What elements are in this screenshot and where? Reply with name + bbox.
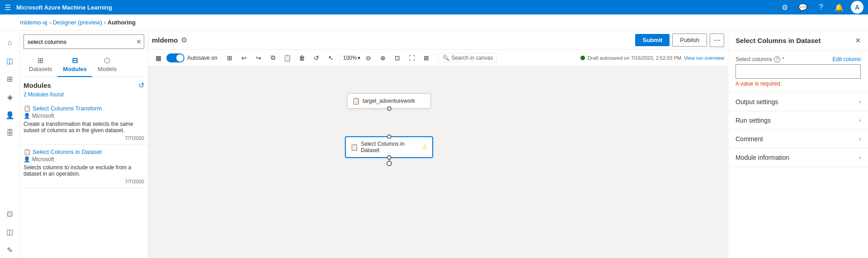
paste-btn[interactable]: 📋: [281, 52, 294, 64]
panel-header: Modules ↺: [20, 77, 148, 91]
breadcrumb-current: Authoring: [108, 19, 136, 26]
node-dataset-icon: 📋: [352, 97, 360, 105]
node-select-columns[interactable]: 📋 Select Columns in Dataset ⚠: [345, 136, 433, 158]
autosave-track[interactable]: [166, 53, 184, 62]
sidebar-icons: ⌂ ◫ ⊞ ◈ 👤 🗄 ⊡ ◫ ✎: [0, 31, 20, 258]
module-date-dataset: 7/7/2020: [24, 179, 144, 184]
node-target-label: target_adventurework: [363, 98, 415, 104]
sidebar-icon-db[interactable]: ◫: [2, 224, 18, 240]
module-card-select-columns-dataset[interactable]: 📋 Select Columns in Dataset 👤 Microsoft …: [20, 145, 148, 188]
search-canvas[interactable]: 🔍 Search in canvas: [439, 53, 497, 62]
grid-toggle-btn[interactable]: ▦: [152, 52, 165, 64]
sidebar-icon-edit[interactable]: ✎: [2, 242, 18, 258]
node-select-port-top[interactable]: [387, 134, 392, 139]
search-canvas-icon: 🔍: [443, 55, 449, 61]
edit-column-link[interactable]: Edit column: [832, 56, 861, 62]
sidebar-icon-experiments[interactable]: ⊞: [2, 71, 18, 87]
minimap-btn[interactable]: ⊠: [420, 52, 433, 64]
select-columns-input[interactable]: [736, 64, 861, 79]
undo-btn[interactable]: ↩: [238, 52, 250, 64]
node-select-port-bottom[interactable]: [387, 155, 392, 160]
breadcrumb-bar: mldemo-aj › Designer (preview) › Authori…: [0, 14, 868, 31]
tab-datasets[interactable]: ⊞ Datasets: [24, 53, 57, 77]
accordion-module-information-header[interactable]: Module information ›: [728, 148, 868, 167]
vendor-icon-transform: 👤: [24, 113, 30, 119]
more-options-button[interactable]: ···: [710, 33, 724, 47]
module-icon-dataset: 📋: [24, 148, 31, 155]
view-run-link[interactable]: View run overview: [684, 55, 724, 61]
tab-modules-label: Modules: [63, 66, 87, 72]
autosave-toggle[interactable]: Autosave on: [166, 53, 217, 62]
accordion-output-settings-chevron: ›: [859, 99, 861, 105]
sidebar-icon-datasets[interactable]: 🗄: [2, 125, 18, 141]
autosave-thumb: [176, 54, 184, 62]
refresh-btn[interactable]: ↺: [138, 81, 144, 90]
node-target-port-bottom[interactable]: [387, 106, 392, 111]
zoom-in-btn[interactable]: ⊕: [377, 52, 389, 64]
sidebar-icon-people[interactable]: 👤: [2, 107, 18, 123]
tab-models[interactable]: ⬡ Models: [92, 53, 122, 77]
zoom-selector[interactable]: 100% ▾: [343, 55, 361, 61]
toolbar-sep-3: [435, 53, 436, 62]
copy-btn[interactable]: ⧉: [267, 52, 279, 64]
delete-btn[interactable]: 🗑: [296, 52, 308, 64]
search-canvas-placeholder: Search in canvas: [451, 55, 493, 61]
module-desc-dataset: Selects columns to include or exclude fr…: [24, 164, 144, 177]
accordion-run-settings-chevron: ›: [859, 117, 861, 124]
left-panel: ✕ ⊞ Datasets ⊟ Modules ⬡ Models Modules …: [20, 31, 148, 258]
cursor-btn[interactable]: ↖: [325, 52, 337, 64]
zoom-out-btn[interactable]: ⊖: [362, 52, 375, 64]
vendor-name-transform: Microsoft: [32, 113, 54, 119]
tab-datasets-label: Datasets: [29, 66, 52, 72]
node-warning-icon: ⚠: [422, 143, 428, 151]
right-panel-close-btn[interactable]: ✕: [855, 36, 861, 45]
notification-icon[interactable]: 🔔: [833, 1, 845, 14]
canvas-settings-icon[interactable]: ⚙: [181, 36, 187, 44]
accordion-run-settings-header[interactable]: Run settings ›: [728, 111, 868, 129]
status-text: Draft autosaved on 7/16/2020, 2:52:03 PM: [588, 55, 681, 61]
required-indicator: *: [782, 56, 784, 62]
tab-modules[interactable]: ⊟ Modules: [57, 53, 92, 77]
canvas-content[interactable]: 📋 target_adventurework 📋 Select Columns …: [148, 66, 728, 258]
refresh-canvas-btn[interactable]: ↺: [310, 52, 323, 64]
sidebar-icon-pipelines[interactable]: ◈: [2, 89, 18, 105]
redo-btn[interactable]: ↪: [252, 52, 265, 64]
fit-btn[interactable]: ⊡: [391, 52, 404, 64]
accordion-output-settings-header[interactable]: Output settings ›: [728, 93, 868, 111]
sidebar-icon-designer[interactable]: ◫: [2, 53, 18, 69]
sidebar-icon-home[interactable]: ⌂: [2, 34, 18, 51]
tab-models-label: Models: [98, 66, 117, 72]
accordion-comment-chevron: ›: [859, 136, 861, 142]
canvas-svg: [148, 66, 728, 258]
accordion-run-settings: Run settings ›: [728, 111, 868, 130]
accordion-module-information-label: Module information: [736, 154, 789, 161]
node-target-adventurework[interactable]: 📋 target_adventurework: [347, 93, 431, 109]
chat-icon[interactable]: 💬: [797, 1, 809, 14]
canvas-toolbar: mldemo ⚙ Submit Publish ···: [148, 31, 728, 50]
search-clear-btn[interactable]: ✕: [136, 38, 142, 45]
help-icon[interactable]: ?: [815, 1, 827, 14]
app-name: Microsoft Azure Machine Learning: [16, 4, 112, 11]
accordion-comment-header[interactable]: Comment ›: [728, 130, 868, 148]
sidebar-icon-monitor[interactable]: ⊡: [2, 205, 18, 222]
accordion-run-settings-label: Run settings: [736, 117, 771, 124]
avatar[interactable]: A: [851, 1, 863, 14]
status-dot: [580, 56, 585, 60]
submit-button[interactable]: Submit: [635, 34, 670, 46]
accordion-output-settings-label: Output settings: [736, 98, 778, 105]
breadcrumb-section[interactable]: Designer (preview): [53, 19, 102, 26]
hamburger-icon[interactable]: ☰: [5, 3, 11, 12]
fullscreen-btn[interactable]: ⛶: [406, 52, 418, 64]
main-layout: ⌂ ◫ ⊞ ◈ 👤 🗄 ⊡ ◫ ✎ ✕ ⊞ Datasets ⊟ Modules…: [0, 31, 868, 258]
select-columns-help-icon[interactable]: ?: [774, 56, 780, 62]
module-desc-transform: Create a transformation that selects the…: [24, 121, 144, 134]
accordion-output-settings: Output settings ›: [728, 93, 868, 111]
publish-button[interactable]: Publish: [672, 33, 707, 47]
layout-btn[interactable]: ⊞: [223, 52, 236, 64]
search-input[interactable]: [24, 34, 144, 49]
toolbar-sep-1: [220, 53, 221, 62]
breadcrumb-workspace[interactable]: mldemo-aj: [20, 19, 47, 26]
vendor-name-dataset: Microsoft: [32, 156, 54, 162]
module-card-select-columns-transform[interactable]: 📋 Select Columns Transform 👤 Microsoft C…: [20, 101, 148, 145]
settings-icon[interactable]: ⚙: [778, 1, 791, 14]
